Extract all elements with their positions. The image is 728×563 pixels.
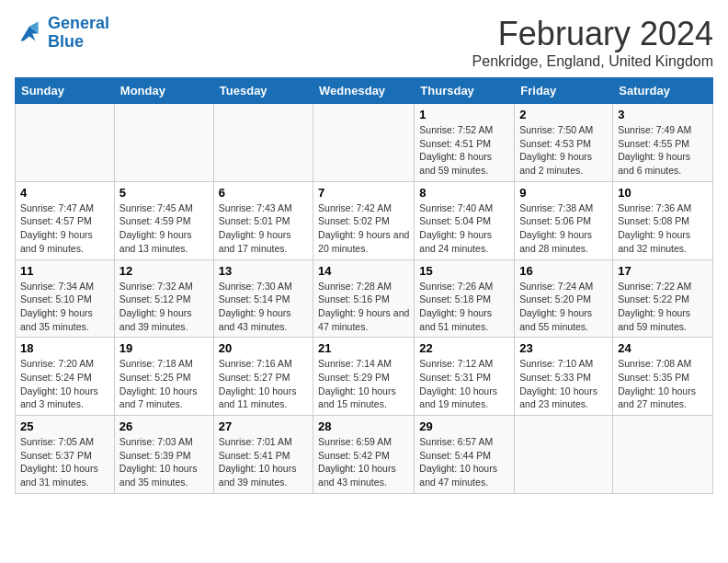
column-header-tuesday: Tuesday (213, 78, 313, 104)
day-info: Sunrise: 7:42 AM Sunset: 5:02 PM Dayligh… (318, 201, 409, 256)
day-info: Sunrise: 7:12 AM Sunset: 5:31 PM Dayligh… (419, 357, 509, 411)
day-info: Sunrise: 6:57 AM Sunset: 5:44 PM Dayligh… (419, 435, 509, 489)
day-info: Sunrise: 7:47 AM Sunset: 4:57 PM Dayligh… (20, 201, 109, 256)
day-info: Sunrise: 7:40 AM Sunset: 5:04 PM Dayligh… (419, 201, 509, 256)
day-number: 21 (318, 341, 409, 355)
column-header-saturday: Saturday (613, 78, 713, 104)
day-number: 12 (119, 264, 209, 278)
calendar-cell (313, 104, 415, 182)
calendar-cell (16, 104, 115, 182)
calendar-cell (114, 104, 213, 182)
calendar-cell: 10Sunrise: 7:36 AM Sunset: 5:08 PM Dayli… (613, 181, 713, 259)
week-row-3: 11Sunrise: 7:34 AM Sunset: 5:10 PM Dayli… (16, 259, 713, 338)
column-header-thursday: Thursday (415, 78, 515, 104)
calendar-cell: 9Sunrise: 7:38 AM Sunset: 5:06 PM Daylig… (515, 181, 613, 259)
column-header-wednesday: Wednesday (313, 78, 415, 104)
day-number: 17 (618, 264, 708, 278)
calendar-cell: 24Sunrise: 7:08 AM Sunset: 5:35 PM Dayli… (613, 338, 713, 416)
calendar-cell: 29Sunrise: 6:57 AM Sunset: 5:44 PM Dayli… (415, 416, 515, 494)
calendar-cell: 25Sunrise: 7:05 AM Sunset: 5:37 PM Dayli… (16, 416, 115, 494)
day-number: 6 (219, 186, 308, 200)
subtitle: Penkridge, England, United Kingdom (472, 53, 713, 70)
day-info: Sunrise: 6:59 AM Sunset: 5:42 PM Dayligh… (318, 435, 409, 489)
day-info: Sunrise: 7:10 AM Sunset: 5:33 PM Dayligh… (519, 357, 608, 411)
calendar-cell: 16Sunrise: 7:24 AM Sunset: 5:20 PM Dayli… (515, 259, 613, 338)
calendar-cell: 1Sunrise: 7:52 AM Sunset: 4:51 PM Daylig… (415, 104, 515, 182)
logo-blue: Blue (48, 32, 84, 51)
day-info: Sunrise: 7:20 AM Sunset: 5:24 PM Dayligh… (20, 357, 109, 411)
calendar-cell (515, 416, 613, 494)
calendar-cell: 11Sunrise: 7:34 AM Sunset: 5:10 PM Dayli… (16, 259, 115, 338)
week-row-5: 25Sunrise: 7:05 AM Sunset: 5:37 PM Dayli… (16, 416, 713, 494)
calendar-cell: 4Sunrise: 7:47 AM Sunset: 4:57 PM Daylig… (16, 181, 115, 259)
day-number: 15 (419, 264, 509, 278)
calendar-cell: 8Sunrise: 7:40 AM Sunset: 5:04 PM Daylig… (415, 181, 515, 259)
calendar-table: SundayMondayTuesdayWednesdayThursdayFrid… (15, 77, 713, 494)
day-number: 26 (119, 419, 209, 433)
day-number: 29 (419, 419, 509, 433)
column-header-friday: Friday (515, 78, 613, 104)
page-header: General Blue February 2024 Penkridge, En… (15, 15, 713, 70)
calendar-cell: 7Sunrise: 7:42 AM Sunset: 5:02 PM Daylig… (313, 181, 415, 259)
day-number: 22 (419, 341, 509, 355)
day-number: 20 (219, 341, 308, 355)
day-info: Sunrise: 7:18 AM Sunset: 5:25 PM Dayligh… (119, 357, 209, 411)
calendar-cell: 5Sunrise: 7:45 AM Sunset: 4:59 PM Daylig… (114, 181, 213, 259)
calendar-cell (213, 104, 313, 182)
day-info: Sunrise: 7:16 AM Sunset: 5:27 PM Dayligh… (219, 357, 308, 411)
week-row-2: 4Sunrise: 7:47 AM Sunset: 4:57 PM Daylig… (16, 181, 713, 259)
day-number: 23 (519, 341, 608, 355)
day-number: 27 (219, 419, 308, 433)
calendar-cell: 28Sunrise: 6:59 AM Sunset: 5:42 PM Dayli… (313, 416, 415, 494)
title-block: February 2024 Penkridge, England, United… (472, 15, 713, 70)
day-number: 28 (318, 419, 409, 433)
day-info: Sunrise: 7:26 AM Sunset: 5:18 PM Dayligh… (419, 280, 509, 334)
calendar-cell: 23Sunrise: 7:10 AM Sunset: 5:33 PM Dayli… (515, 338, 613, 416)
calendar-cell: 18Sunrise: 7:20 AM Sunset: 5:24 PM Dayli… (16, 338, 115, 416)
day-number: 19 (119, 341, 209, 355)
calendar-cell: 6Sunrise: 7:43 AM Sunset: 5:01 PM Daylig… (213, 181, 313, 259)
calendar-cell: 19Sunrise: 7:18 AM Sunset: 5:25 PM Dayli… (114, 338, 213, 416)
day-info: Sunrise: 7:36 AM Sunset: 5:08 PM Dayligh… (618, 201, 708, 256)
logo: General Blue (15, 15, 109, 52)
calendar-cell (613, 416, 713, 494)
day-info: Sunrise: 7:34 AM Sunset: 5:10 PM Dayligh… (20, 280, 109, 334)
calendar-cell: 20Sunrise: 7:16 AM Sunset: 5:27 PM Dayli… (213, 338, 313, 416)
day-info: Sunrise: 7:38 AM Sunset: 5:06 PM Dayligh… (519, 201, 608, 256)
day-number: 4 (20, 186, 109, 200)
day-info: Sunrise: 7:08 AM Sunset: 5:35 PM Dayligh… (618, 357, 708, 411)
day-info: Sunrise: 7:24 AM Sunset: 5:20 PM Dayligh… (519, 280, 608, 334)
day-info: Sunrise: 7:52 AM Sunset: 4:51 PM Dayligh… (419, 123, 509, 178)
day-number: 16 (519, 264, 608, 278)
day-info: Sunrise: 7:43 AM Sunset: 5:01 PM Dayligh… (219, 201, 308, 256)
day-number: 14 (318, 264, 409, 278)
calendar-cell: 22Sunrise: 7:12 AM Sunset: 5:31 PM Dayli… (415, 338, 515, 416)
day-info: Sunrise: 7:32 AM Sunset: 5:12 PM Dayligh… (119, 280, 209, 334)
day-info: Sunrise: 7:22 AM Sunset: 5:22 PM Dayligh… (618, 280, 708, 334)
column-header-sunday: Sunday (16, 78, 115, 104)
logo-text: General Blue (48, 15, 109, 52)
calendar-cell: 21Sunrise: 7:14 AM Sunset: 5:29 PM Dayli… (313, 338, 415, 416)
day-number: 5 (119, 186, 209, 200)
day-number: 3 (618, 108, 708, 121)
day-info: Sunrise: 7:50 AM Sunset: 4:53 PM Dayligh… (519, 123, 608, 178)
day-number: 11 (20, 264, 109, 278)
calendar-cell: 26Sunrise: 7:03 AM Sunset: 5:39 PM Dayli… (114, 416, 213, 494)
day-number: 1 (419, 108, 509, 121)
day-number: 7 (318, 186, 409, 200)
calendar-cell: 27Sunrise: 7:01 AM Sunset: 5:41 PM Dayli… (213, 416, 313, 494)
day-number: 25 (20, 419, 109, 433)
day-info: Sunrise: 7:14 AM Sunset: 5:29 PM Dayligh… (318, 357, 409, 411)
calendar-cell: 14Sunrise: 7:28 AM Sunset: 5:16 PM Dayli… (313, 259, 415, 338)
calendar-cell: 2Sunrise: 7:50 AM Sunset: 4:53 PM Daylig… (515, 104, 613, 182)
calendar-cell: 13Sunrise: 7:30 AM Sunset: 5:14 PM Dayli… (213, 259, 313, 338)
day-number: 24 (618, 341, 708, 355)
week-row-4: 18Sunrise: 7:20 AM Sunset: 5:24 PM Dayli… (16, 338, 713, 416)
day-info: Sunrise: 7:49 AM Sunset: 4:55 PM Dayligh… (618, 123, 708, 178)
day-info: Sunrise: 7:30 AM Sunset: 5:14 PM Dayligh… (219, 280, 308, 334)
logo-general: General (48, 14, 109, 32)
day-number: 10 (618, 186, 708, 200)
day-info: Sunrise: 7:05 AM Sunset: 5:37 PM Dayligh… (20, 435, 109, 489)
week-row-1: 1Sunrise: 7:52 AM Sunset: 4:51 PM Daylig… (16, 104, 713, 182)
header-row: SundayMondayTuesdayWednesdayThursdayFrid… (16, 78, 713, 104)
